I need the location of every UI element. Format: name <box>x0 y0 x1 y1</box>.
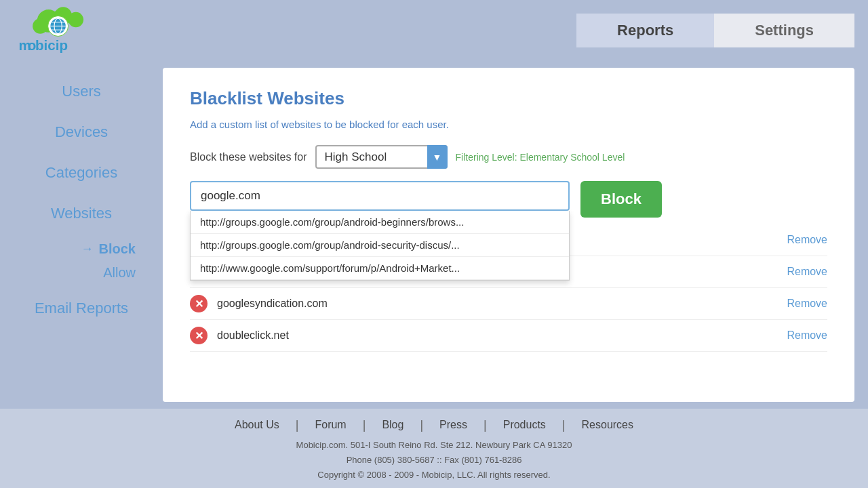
logo-area: m ο bicip <box>14 5 576 56</box>
autocomplete-item-3[interactable]: http://www.google.com/support/forum/p/An… <box>191 257 569 280</box>
sidebar-item-users[interactable]: Users <box>0 75 163 108</box>
url-input[interactable] <box>190 181 570 211</box>
sidebar: Users Devices Categories Websites → Bloc… <box>0 61 163 409</box>
sidebar-item-block[interactable]: → Block <box>0 237 149 261</box>
input-row: http://groups.google.com/group/android-b… <box>190 181 827 218</box>
block-icon-3: ✕ <box>190 295 208 312</box>
sidebar-item-allow[interactable]: Allow <box>0 261 149 285</box>
nav-buttons: Reports Settings <box>576 14 854 47</box>
arrow-icon: → <box>81 242 94 256</box>
sidebar-item-websites[interactable]: Websites <box>0 197 163 230</box>
table-row: ✕ doubleclick.net Remove <box>190 320 827 352</box>
filter-select-wrap: High School Elementary School Middle Sch… <box>315 145 448 169</box>
footer-link-blog[interactable]: Blog <box>366 419 420 431</box>
remove-button-3[interactable]: Remove <box>787 298 827 310</box>
footer-link-forum[interactable]: Forum <box>298 419 362 431</box>
footer-address: Mobicip.com. 501-I South Reino Rd. Ste 2… <box>0 438 868 453</box>
table-row: ✕ googlesyndication.com Remove <box>190 288 827 320</box>
url-input-wrap: http://groups.google.com/group/android-b… <box>190 181 570 211</box>
svg-point-2 <box>68 12 84 27</box>
footer-copyright: Copyright © 2008 - 2009 - Mobicip, LLC. … <box>0 468 868 483</box>
page-title: Blacklist Websites <box>190 88 827 109</box>
header: m ο bicip Reports Settings <box>0 0 868 61</box>
block-button[interactable]: Block <box>580 181 662 218</box>
footer-phone: Phone (805) 380-5687 :: Fax (801) 761-82… <box>0 453 868 468</box>
footer-link-resources[interactable]: Resources <box>566 419 650 431</box>
blocked-domain-4: doubleclick.net <box>217 329 777 342</box>
footer-link-press[interactable]: Press <box>423 419 484 431</box>
footer-link-about[interactable]: About Us <box>218 419 296 431</box>
svg-text:bicip: bicip <box>35 37 68 53</box>
footer-links: About Us | Forum | Blog | Press | Produc… <box>0 418 868 432</box>
remove-button-4[interactable]: Remove <box>787 329 827 342</box>
blocked-domain-3: googlesyndication.com <box>217 298 777 310</box>
autocomplete-dropdown: http://groups.google.com/group/android-b… <box>190 211 570 281</box>
settings-button[interactable]: Settings <box>714 14 854 47</box>
remove-button-2[interactable]: Remove <box>787 266 827 278</box>
sidebar-item-email-reports[interactable]: Email Reports <box>0 291 163 325</box>
remove-button-1[interactable]: Remove <box>787 234 827 246</box>
main-container: Users Devices Categories Websites → Bloc… <box>0 61 868 409</box>
filter-select[interactable]: High School Elementary School Middle Sch… <box>315 145 448 169</box>
sidebar-sub-items: → Block Allow <box>0 237 163 285</box>
footer: About Us | Forum | Blog | Press | Produc… <box>0 409 868 488</box>
content-area: Blacklist Websites Add a custom list of … <box>163 68 854 402</box>
footer-link-products[interactable]: Products <box>487 419 562 431</box>
filter-info: Filtering Level: Elementary School Level <box>456 152 625 163</box>
reports-button[interactable]: Reports <box>576 14 714 47</box>
sidebar-item-devices[interactable]: Devices <box>0 115 163 149</box>
svg-point-3 <box>33 18 48 34</box>
filter-label: Block these websites for <box>190 151 307 163</box>
autocomplete-item-2[interactable]: http://groups.google.com/group/android-s… <box>191 234 569 257</box>
filter-row: Block these websites for High School Ele… <box>190 145 827 169</box>
block-icon-4: ✕ <box>190 327 208 344</box>
mobicip-logo: m ο bicip <box>14 5 115 56</box>
page-subtitle: Add a custom list of websites to be bloc… <box>190 119 827 130</box>
autocomplete-item-1[interactable]: http://groups.google.com/group/android-b… <box>191 211 569 234</box>
sidebar-item-categories[interactable]: Categories <box>0 156 163 190</box>
